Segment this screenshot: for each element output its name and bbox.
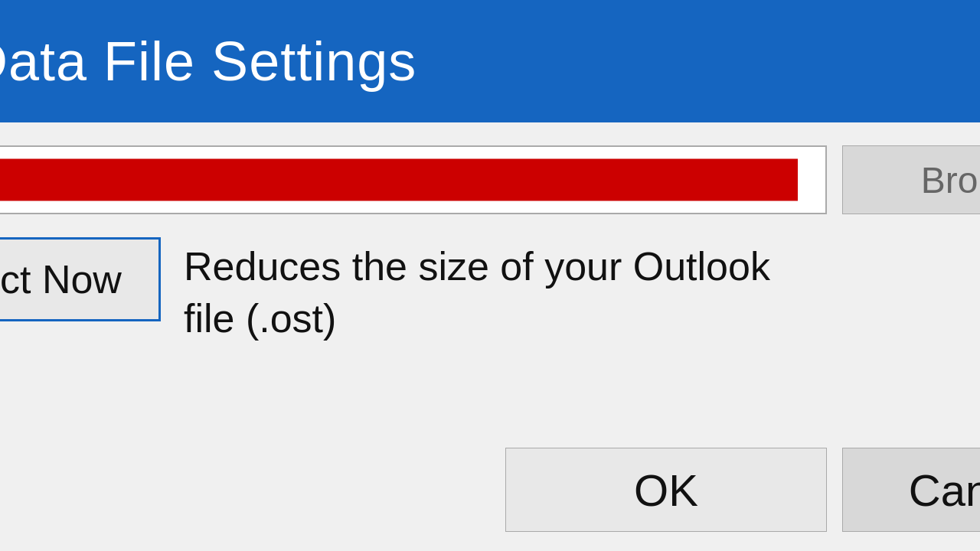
ok-button[interactable]: OK [505, 448, 827, 532]
dialog-window: k Data File Settings Bro act Now Reduces… [0, 0, 980, 551]
browse-button[interactable]: Bro [842, 145, 980, 214]
compact-row: act Now Reduces the size of your Outlook… [0, 237, 980, 344]
dialog-title: k Data File Settings [0, 30, 416, 93]
file-path-progress-bar [0, 159, 798, 201]
file-path-input[interactable] [0, 145, 827, 214]
compact-description: Reduces the size of your Outlook file (.… [184, 237, 980, 344]
description-line2: file (.ost) [184, 296, 336, 341]
compact-now-button[interactable]: act Now [0, 237, 161, 321]
file-path-row: Bro [0, 145, 980, 214]
bottom-section: OK Can [0, 429, 980, 551]
content-area: Bro act Now Reduces the size of your Out… [0, 122, 980, 390]
cancel-button[interactable]: Can [842, 448, 980, 532]
title-bar: k Data File Settings [0, 0, 980, 122]
description-line1: Reduces the size of your Outlook [184, 244, 770, 289]
